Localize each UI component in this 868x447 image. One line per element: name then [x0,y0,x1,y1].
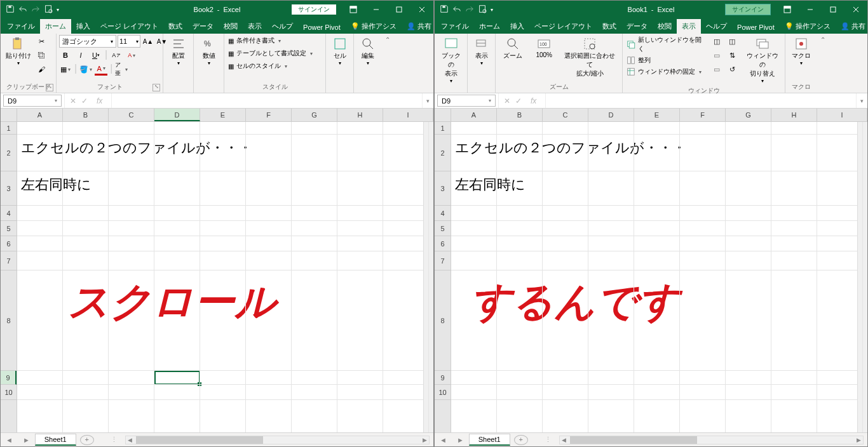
scroll-right-icon[interactable]: ▶ [420,437,429,443]
tab-data[interactable]: データ [621,19,653,34]
tab-powerpivot[interactable]: Power Pivot [732,21,780,34]
horizontal-scrollbar[interactable]: ◀ ▶ [125,436,430,444]
hide-icon[interactable]: ▭ [710,49,723,62]
cells-button[interactable]: セル▾ [329,35,351,67]
row-header[interactable]: 7 [435,251,451,270]
maximize-icon[interactable] [822,1,844,18]
minimize-icon[interactable] [799,1,822,18]
new-sheet-icon[interactable]: + [80,435,94,445]
row-header[interactable]: 2 [435,135,451,171]
sheet-nav-next-icon[interactable]: ► [452,436,469,444]
tab-data[interactable]: データ [187,19,219,34]
row-header[interactable]: 4 [1,206,17,221]
collapse-ribbon-icon[interactable]: ⌃ [817,34,829,93]
col-header[interactable]: F [246,109,292,121]
expand-fx-icon[interactable]: ▾ [856,93,867,108]
row-header[interactable]: 5 [1,221,17,236]
col-header[interactable]: H [337,109,383,121]
unhide-icon[interactable]: ▭ [710,63,723,76]
redo-icon[interactable] [465,4,474,15]
formula-input[interactable] [111,93,422,108]
cell-styles-button[interactable]: ▦ セルのスタイル [227,60,288,72]
row-header[interactable]: 5 [435,221,451,236]
editing-button[interactable]: 編集▾ [356,35,379,67]
arrange-all-button[interactable]: 整列 [625,55,707,65]
zoom-button[interactable]: ズーム [498,35,528,62]
touch-icon[interactable] [44,4,53,15]
tab-file[interactable]: ファイル [2,19,40,34]
conditional-format-button[interactable]: ▦ 条件付き書式 [227,35,282,46]
tab-formulas[interactable]: 数式 [597,19,621,34]
row-header[interactable]: 7 [1,251,17,270]
maximize-icon[interactable] [388,1,410,18]
font-name-combo[interactable]: 游ゴシック▾ [59,35,116,48]
row-header[interactable]: 10 [1,385,17,400]
tell-me[interactable]: 💡 操作アシス [780,19,836,34]
cells-area[interactable]: エクセルの２つのファイルが・・・ 左右同時に するんです [451,122,857,432]
tab-view[interactable]: 表示 [677,19,701,34]
number-button[interactable]: %数値▾ [196,35,221,67]
col-header[interactable]: A [17,109,63,121]
col-header[interactable]: I [383,109,433,121]
tab-powerpivot[interactable]: Power Pivot [298,21,346,34]
select-all-corner[interactable] [435,109,451,121]
col-header[interactable]: D [588,109,634,121]
col-header[interactable]: B [497,109,543,121]
tab-home[interactable]: ホーム [40,19,71,34]
scroll-left-icon[interactable]: ◀ [560,437,569,443]
col-header[interactable]: C [543,109,588,121]
col-header[interactable]: H [771,109,817,121]
row-header[interactable]: 3 [1,171,17,206]
enter-entry-icon[interactable]: ✓ [515,97,522,105]
tab-help[interactable]: ヘルプ [267,19,298,34]
fill-color-icon[interactable]: 🪣 [79,63,92,76]
sheet-tab[interactable]: Sheet1 [35,434,76,446]
tab-review[interactable]: 校閲 [219,19,243,34]
zoom-selection-button[interactable]: 選択範囲に合わせて 拡大/縮小 [560,35,620,79]
alignment-button[interactable]: 配置▾ [166,35,191,67]
font-launcher[interactable]: ⤡ [153,84,160,91]
borders-icon[interactable]: ▦ [59,63,72,76]
row-header[interactable]: 8 [435,270,451,371]
format-as-table-button[interactable]: ▦ テーブルとして書式設定 [227,48,314,59]
cells-area[interactable]: エクセルの２つのファイルが・・・ 左右同時に スクロール [17,122,423,432]
sheet-tab[interactable]: Sheet1 [469,434,510,446]
row-header[interactable]: 2 [1,135,17,171]
sheet-nav-prev-icon[interactable]: ◄ [435,436,452,444]
clipboard-launcher[interactable]: ⤡ [46,84,53,91]
share-button[interactable]: 👤 共有 [836,19,868,34]
col-header[interactable]: E [634,109,680,121]
expand-fx-icon[interactable]: ▾ [422,93,433,108]
reset-pos-icon[interactable]: ↺ [726,63,738,76]
touch-icon[interactable] [478,4,487,15]
tab-home[interactable]: ホーム [474,19,505,34]
undo-icon[interactable] [452,4,461,15]
ruby-icon[interactable]: Aァ [110,49,123,62]
close-icon[interactable] [844,1,867,18]
tab-page-layout[interactable]: ページ レイアウト [95,19,163,34]
tab-help[interactable]: ヘルプ [701,19,732,34]
cancel-entry-icon[interactable]: ✕ [70,97,76,105]
book-view-button[interactable]: ブックの 表示▾ [437,35,465,85]
row-header[interactable]: 6 [1,236,17,251]
col-header[interactable]: C [109,109,154,121]
paste-button[interactable]: 貼り付け▾ [3,35,34,67]
row-header[interactable]: 3 [435,171,451,206]
zoom-100-button[interactable]: 100100% [529,35,559,60]
select-all-corner[interactable] [1,109,17,121]
show-button[interactable]: 表示▾ [470,35,492,67]
sheet-nav-next-icon[interactable]: ► [18,436,35,444]
ribbon-display-icon[interactable] [776,1,799,18]
scroll-thumb[interactable] [570,436,697,444]
sheet-nav-prev-icon[interactable]: ◄ [1,436,18,444]
name-box[interactable]: D9▾ [3,95,62,107]
row-header[interactable]: 1 [1,122,17,135]
save-icon[interactable] [440,4,449,15]
font-more-icon[interactable]: A [125,49,138,62]
qat-dropdown-icon[interactable]: ▾ [57,7,59,13]
scroll-left-icon[interactable]: ◀ [126,437,135,443]
new-window-button[interactable]: 新しいウィンドウを開く [625,35,707,54]
sync-scroll-icon[interactable]: ⇅ [726,49,738,62]
format-painter-icon[interactable]: 🖌 [35,63,48,76]
tab-page-layout[interactable]: ページ レイアウト [529,19,597,34]
